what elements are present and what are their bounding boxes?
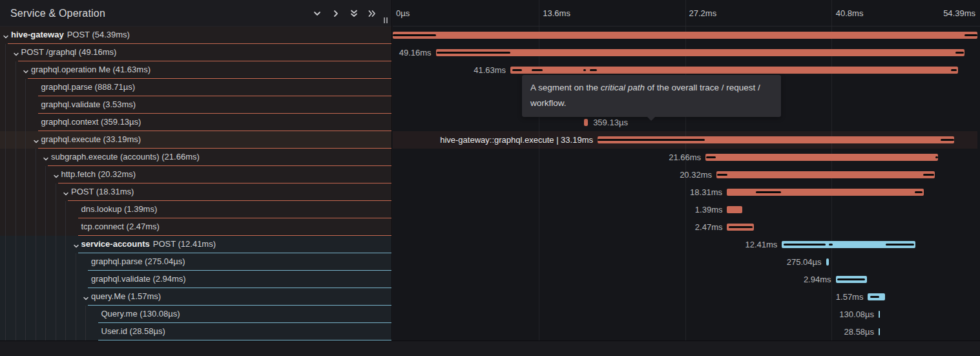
span-tree-row[interactable]: POST (18.31ms) bbox=[0, 183, 391, 201]
span-tree-row[interactable]: tcp.connect (2.47ms) bbox=[0, 218, 391, 236]
span-bar-row[interactable]: 20.32ms bbox=[393, 166, 977, 183]
span-label: subgraph.execute (accounts) (21.66ms) bbox=[51, 149, 200, 165]
span-tree-row[interactable]: query.Me (1.57ms) bbox=[0, 288, 391, 306]
span-tree-row[interactable]: graphql.execute (33.19ms) bbox=[0, 131, 391, 149]
chevron-down-icon[interactable] bbox=[12, 49, 20, 57]
span-tree-row[interactable]: hive-gatewayPOST (54.39ms) bbox=[0, 26, 391, 44]
chevron-down-icon[interactable] bbox=[52, 171, 60, 179]
tick-label: 0µs bbox=[396, 0, 410, 26]
indent-guide bbox=[16, 236, 16, 253]
span-label: service-accountsPOST (12.41ms) bbox=[81, 236, 216, 253]
span-tree-row[interactable]: graphql.parse (275.04µs) bbox=[0, 253, 391, 271]
span-bar-row[interactable]: 18.31ms bbox=[393, 183, 977, 201]
panel-resize-handle[interactable] bbox=[383, 17, 388, 24]
span-tree-row[interactable]: Query.me (130.08µs) bbox=[0, 306, 391, 323]
indent-guide bbox=[45, 253, 46, 271]
chevron-down-icon[interactable] bbox=[62, 189, 70, 196]
span-bar-row[interactable]: 28.58µs bbox=[393, 323, 977, 340]
span-tree-row[interactable]: graphql.context (359.13µs) bbox=[0, 114, 391, 131]
chevron-down-icon[interactable] bbox=[2, 32, 10, 39]
indent-guide bbox=[76, 271, 76, 288]
indent-guide bbox=[56, 218, 56, 236]
span-bar-row[interactable]: 21.66ms bbox=[393, 149, 977, 166]
indent-guide bbox=[65, 288, 66, 306]
collapse-all-icon[interactable] bbox=[349, 9, 359, 18]
indent-guide bbox=[25, 183, 26, 201]
span-bar[interactable] bbox=[436, 49, 964, 56]
chevron-down-icon[interactable] bbox=[22, 67, 30, 74]
span-tree-row[interactable]: dns.lookup (1.39ms) bbox=[0, 201, 391, 218]
indent-guide bbox=[65, 236, 66, 253]
span-bar[interactable] bbox=[598, 136, 954, 143]
span-bar-row[interactable]: 2.94ms bbox=[393, 271, 977, 288]
critical-path-segment bbox=[437, 52, 510, 54]
span-tree-row[interactable]: graphql.parse (888.71µs) bbox=[0, 79, 391, 96]
critical-path-segment bbox=[784, 244, 826, 246]
span-tree-row[interactable]: subgraph.execute (accounts) (21.66ms) bbox=[0, 149, 391, 166]
span-bar[interactable] bbox=[727, 206, 742, 213]
span-bar[interactable] bbox=[879, 311, 880, 318]
span-bar-row[interactable]: hive-gateway::graphql.execute | 33.19ms bbox=[393, 131, 977, 149]
indent-guide bbox=[5, 201, 6, 218]
span-bar-row[interactable]: 49.16ms bbox=[393, 44, 977, 61]
span-bar-row[interactable]: 275.04µs bbox=[393, 253, 977, 271]
span-bar-row[interactable]: 12.41ms bbox=[393, 236, 977, 253]
span-bar[interactable] bbox=[716, 171, 935, 178]
span-bar[interactable] bbox=[393, 32, 977, 39]
tooltip-text: A segment on the bbox=[530, 83, 601, 92]
span-duration-label: hive-gateway::graphql.execute | 33.19ms bbox=[440, 131, 593, 149]
indent-guide bbox=[16, 114, 16, 131]
critical-path-segment bbox=[756, 191, 780, 193]
chevron-down-icon[interactable] bbox=[72, 241, 80, 249]
span-bar[interactable] bbox=[826, 258, 829, 266]
critical-path-segment bbox=[706, 156, 716, 158]
span-bar-row[interactable]: 130.08µs bbox=[393, 306, 977, 323]
chevron-down-icon[interactable] bbox=[32, 136, 40, 144]
span-bar-row[interactable] bbox=[393, 26, 977, 44]
span-bar[interactable] bbox=[705, 154, 938, 161]
span-bar[interactable] bbox=[782, 241, 915, 248]
indent-guide bbox=[16, 271, 16, 288]
critical-path-segment bbox=[512, 69, 522, 71]
critical-path-segment bbox=[915, 191, 923, 193]
indent-guide bbox=[45, 166, 46, 183]
span-tree-row[interactable]: POST /graphql (49.16ms) bbox=[0, 44, 391, 61]
span-bar[interactable] bbox=[868, 293, 884, 300]
span-bar[interactable] bbox=[879, 328, 880, 335]
span-tree-row[interactable]: User.id (28.58µs) bbox=[0, 323, 391, 340]
indent-guide bbox=[45, 271, 46, 288]
span-duration-label: 41.63ms bbox=[474, 61, 506, 79]
collapse-one-icon[interactable] bbox=[312, 9, 322, 18]
span-tree-row[interactable]: service-accountsPOST (12.41ms) bbox=[0, 236, 391, 253]
indent-guide bbox=[36, 149, 36, 166]
indent-guide bbox=[16, 306, 16, 323]
tooltip-emphasis: critical path bbox=[601, 83, 645, 92]
tree-header: Service & Operation bbox=[0, 0, 391, 26]
critical-path-segment bbox=[598, 139, 705, 141]
span-bar-row[interactable]: 1.57ms bbox=[393, 288, 977, 306]
span-bar[interactable] bbox=[727, 224, 753, 231]
span-tree-row[interactable]: graphql.validate (2.94ms) bbox=[0, 271, 391, 288]
span-bar-row[interactable]: 1.39ms bbox=[393, 201, 977, 218]
span-bar[interactable] bbox=[584, 119, 588, 126]
chevron-down-icon[interactable] bbox=[42, 154, 50, 162]
span-bar-row[interactable]: 2.47ms bbox=[393, 218, 977, 236]
indent-guide bbox=[65, 218, 66, 236]
span-bar[interactable] bbox=[510, 67, 958, 74]
tick-label: 13.6ms bbox=[543, 0, 570, 26]
span-tree-row[interactable]: graphql.operation Me (41.63ms) bbox=[0, 61, 391, 79]
expand-one-icon[interactable] bbox=[331, 9, 341, 18]
expand-all-icon[interactable] bbox=[367, 9, 377, 18]
span-tree-row[interactable]: http.fetch (20.32ms) bbox=[0, 166, 391, 183]
span-bar[interactable] bbox=[836, 276, 868, 283]
span-duration-label: 12.41ms bbox=[745, 236, 777, 253]
indent-guide bbox=[65, 323, 66, 340]
indent-guide bbox=[36, 271, 36, 288]
span-bar[interactable] bbox=[727, 189, 924, 196]
indent-guide bbox=[65, 306, 66, 323]
span-label: hive-gatewayPOST (54.39ms) bbox=[11, 26, 130, 43]
span-tree-row[interactable]: graphql.validate (3.53ms) bbox=[0, 96, 391, 114]
chevron-down-icon[interactable] bbox=[82, 293, 90, 301]
indent-guide bbox=[45, 323, 46, 340]
indent-guide bbox=[25, 236, 26, 253]
